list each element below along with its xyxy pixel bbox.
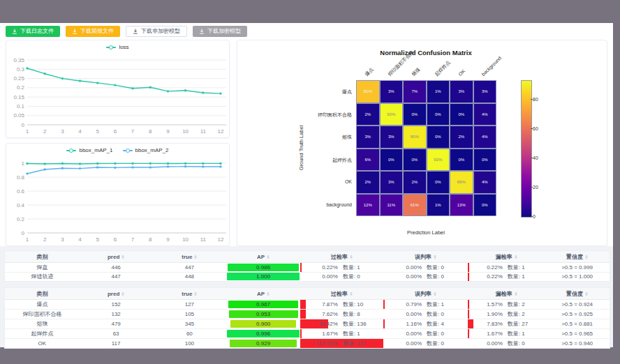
sort-icon[interactable] [121,255,124,259]
rate-text: 1.57%数量: 2 [478,301,536,308]
matrix-cell: 1% [427,194,450,217]
cell-pred: 447 [80,273,153,282]
svg-text:6: 6 [114,128,117,135]
svg-text:10: 10 [182,128,189,135]
matrix-row-label: background [237,202,352,207]
cell-pred: 479 [80,319,153,328]
matrix-column-label: background [481,55,503,77]
sort-up-icon [350,292,353,294]
column-header-label: 误判率 [415,290,431,298]
sort-icon[interactable] [515,255,517,259]
confusion-matrix-card: Normalized Confusion Matrix Ground Truth… [237,40,607,246]
matrix-cell: 61% [403,194,427,217]
column-header-true[interactable]: true [153,288,227,299]
sort-up-icon [267,292,270,294]
column-header-over[interactable]: 过检率 [300,288,383,299]
matrix-cell: 0% [403,103,427,126]
rate-text: 0.00%数量: 0 [397,273,455,280]
button-label: 下载日志文件 [20,26,54,37]
rate-percent: 0.22% [313,264,338,271]
matrix-cell-value: 6% [364,158,371,162]
ap-bar: 0.900 [230,320,295,328]
sort-icon[interactable] [585,255,588,259]
download-unencrypted-model-button[interactable]: 下载非加密模型 [126,26,187,37]
rate-percent: 0.00% [313,273,338,280]
sort-up-icon [121,292,124,294]
svg-text:3: 3 [61,128,64,135]
cell-over: 0.22%数量: 1 [300,263,383,272]
cell-cat: 焊盘 [5,263,80,272]
rate-text: 0.00%数量: 0 [397,310,455,318]
sort-icon[interactable] [434,292,436,296]
cell-pred: 152 [80,300,153,309]
cell-miss: 0.22%数量: 1 [468,263,545,272]
rate-percent: 0.00% [397,311,422,317]
matrix-cell-value: 1% [435,89,441,93]
rate-bar [468,319,473,328]
table-row: OK1171000.929117.00%数量: 1170.00%数量: 00.0… [5,339,610,348]
svg-text:4: 4 [78,128,82,135]
column-header-ap[interactable]: AP [226,251,300,262]
download-encrypted-model-button[interactable]: 下载加密模型 [193,26,247,37]
rate-bar [300,310,306,319]
matrix-cell-value: 11% [387,203,395,207]
legend-item-bbox_mAP_2[interactable]: bbox_mAP_2 [123,147,169,153]
matrix-cell: 3% [450,80,473,103]
rate-bar [468,273,469,282]
sort-icon[interactable] [434,255,436,259]
cell-conf: >0.5 = 0.940 [545,339,610,348]
sort-down-icon [121,257,124,259]
sort-icon[interactable] [585,292,588,296]
svg-text:0.6: 0.6 [17,188,25,195]
matrix-cell-value: 0% [458,158,464,162]
column-header-miss[interactable]: 漏检率 [468,251,545,262]
cell-cat: 起焊炸点 [5,329,80,338]
cell-mis: 0.00%数量: 0 [383,310,468,319]
cell-over: 117.00%数量: 117 [300,339,383,348]
column-header-conf[interactable]: 置信度 [545,288,610,299]
matrix-column-label: 爆点 [364,66,375,77]
download-log-file-button[interactable]: 下载日志文件 [6,26,60,37]
legend-item-loss[interactable]: loss [106,44,128,50]
rate-percent: 0.00% [397,340,422,347]
column-header-conf[interactable]: 置信度 [545,251,610,262]
legend-item-bbox_mAP_1[interactable]: bbox_mAP_1 [66,147,112,153]
rate-bar [300,300,306,309]
column-header-true[interactable]: true [153,251,227,262]
column-header-label: 类别 [36,290,47,298]
bbox-map-chart-card: bbox_mAP_1bbox_mAP_2 00.20.40.60.8112345… [6,143,230,246]
sort-icon[interactable] [267,255,270,259]
matrix-cell-value: 0% [411,158,418,162]
column-header-over[interactable]: 过检率 [300,251,383,262]
column-header-miss[interactable]: 漏检率 [468,288,545,299]
sort-down-icon [194,294,197,296]
sort-icon[interactable] [350,255,353,259]
sort-icon[interactable] [194,255,197,259]
sort-icon[interactable] [194,292,197,296]
svg-text:7: 7 [131,128,135,135]
training-dashboard: 下载日志文件下载简报文件下载非加密模型下载加密模型 loss 00.050.10… [0,23,613,347]
column-header-mis[interactable]: 误判率 [383,251,468,262]
column-header-ap[interactable]: AP [226,288,300,299]
svg-text:8: 8 [149,236,152,243]
column-header-pred[interactable]: pred [80,288,153,299]
matrix-cell-value: 2% [458,135,464,139]
column-header-mis[interactable]: 误判率 [383,288,468,299]
matrix-cell: 11% [380,194,404,217]
sort-icon[interactable] [121,292,124,296]
rate-text: 0.00%数量: 0 [313,273,371,280]
sort-icon[interactable] [267,292,270,296]
sort-icon[interactable] [350,292,353,296]
sort-icon[interactable] [515,292,517,296]
sort-down-icon [515,257,517,259]
download-report-file-button[interactable]: 下载简报文件 [66,26,120,37]
rate-bar [300,329,302,338]
rate-bar [383,300,385,309]
column-header-pred[interactable]: pred [80,251,153,262]
cell-true: 60 [153,329,227,338]
rate-text: 7.87%数量: 10 [313,301,371,308]
rate-count: 数量: 1 [508,264,536,271]
matrix-cell: 89% [450,171,473,194]
rate-percent: 1.67% [478,331,503,337]
rate-percent: 117.00% [313,340,338,347]
